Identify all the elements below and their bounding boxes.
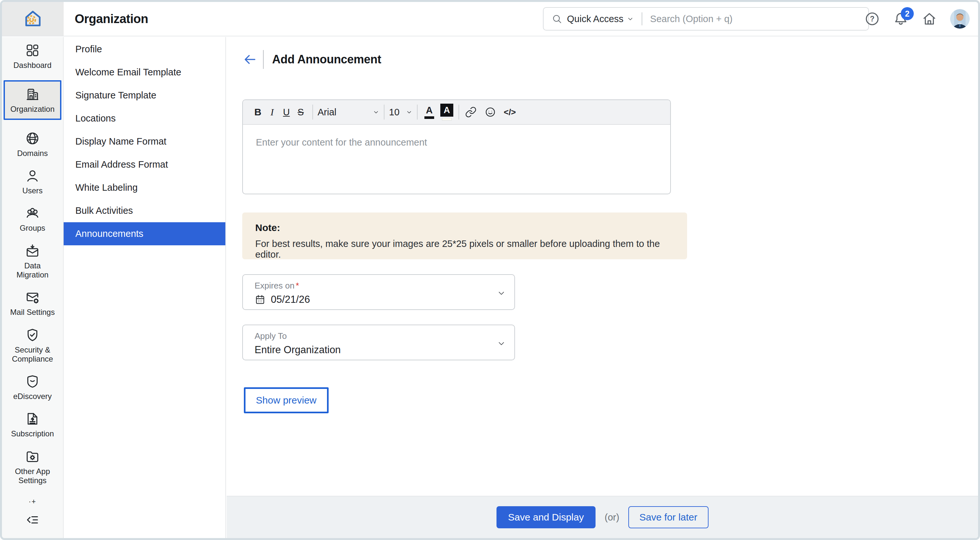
ediscovery-pouch-icon <box>25 374 40 389</box>
toolbar-separator <box>458 105 459 119</box>
home-button[interactable] <box>921 11 937 27</box>
submenu-item-email-address-format[interactable]: Email Address Format <box>64 153 225 176</box>
apply-to-field[interactable]: Apply To Entire Organization <box>242 325 515 360</box>
required-asterisk: * <box>296 281 299 290</box>
footer-action-bar: Save and Display (or) Save for later <box>227 496 978 538</box>
submenu-item-announcements[interactable]: Announcements <box>64 222 225 245</box>
save-for-later-button[interactable]: Save for later <box>628 506 708 528</box>
security-shield-check-icon <box>25 328 40 342</box>
notification-badge: 2 <box>901 7 914 20</box>
sidebar-item-dashboard[interactable]: Dashboard <box>2 43 63 70</box>
app-logo[interactable] <box>2 2 64 36</box>
italic-button[interactable]: I <box>265 104 279 121</box>
home-icon <box>921 11 937 27</box>
quick-access-dropdown[interactable]: Quick Access <box>567 14 624 24</box>
sidebar-item-subscription[interactable]: Subscription <box>2 411 63 438</box>
sidebar-item-users[interactable]: Users <box>2 168 63 195</box>
apply-to-label: Apply To <box>255 331 287 341</box>
sidebar-item-security-compliance[interactable]: Security & Compliance <box>2 328 63 364</box>
submenu-item-profile[interactable]: Profile <box>64 38 225 61</box>
toolbar-separator <box>384 105 385 119</box>
users-person-icon <box>25 168 40 183</box>
submenu-item-bulk-activities[interactable]: Bulk Activities <box>64 199 225 222</box>
bold-button[interactable]: B <box>251 104 265 121</box>
other-app-settings-folder-icon <box>25 449 40 464</box>
underline-button[interactable]: U <box>279 104 294 121</box>
or-label: (or) <box>605 512 619 523</box>
strikethrough-button[interactable]: S <box>294 104 308 121</box>
page-title-organization: Organization <box>75 2 148 36</box>
subscription-invoice-icon <box>25 411 40 426</box>
note-body: For best results, make sure your images … <box>255 239 674 260</box>
toolbar-separator <box>417 105 418 119</box>
search-icon <box>551 13 562 24</box>
link-icon <box>465 106 477 118</box>
global-search-bar[interactable]: Quick Access Search (Option + q) <box>543 7 869 30</box>
notifications-button[interactable]: 2 <box>893 11 908 27</box>
font-family-select[interactable]: Arial <box>318 104 379 121</box>
editor-toolbar: B I U S Arial 10 A <box>243 100 670 125</box>
font-size-select[interactable]: 10 <box>389 104 412 121</box>
note-title: Note: <box>255 222 674 233</box>
back-arrow-icon <box>243 52 257 67</box>
expires-on-field[interactable]: Expires on* 05/21/26 <box>242 274 515 310</box>
search-divider <box>642 12 642 25</box>
chevron-down-icon <box>627 15 634 22</box>
submenu-item-welcome-email-template[interactable]: Welcome Email Template <box>64 61 225 84</box>
background-color-button[interactable]: A <box>440 104 454 121</box>
submenu-item-signature-template[interactable]: Signature Template <box>64 84 225 107</box>
code-icon: </> <box>504 107 516 117</box>
add-announcement-title: Add Announcement <box>272 53 381 66</box>
insert-html-button[interactable]: </> <box>503 104 517 121</box>
help-icon: ? <box>864 11 880 27</box>
help-button[interactable]: ? <box>864 11 880 27</box>
top-bar: Organization Quick Access Search (Option… <box>2 2 978 37</box>
add-announcement-header: Add Announcement <box>243 50 381 69</box>
insert-link-button[interactable] <box>464 104 478 121</box>
mail-settings-gear-icon <box>25 290 40 305</box>
insert-emoji-button[interactable] <box>483 104 498 121</box>
sidebar-item-ediscovery[interactable]: eDiscovery <box>2 374 63 401</box>
submenu-item-locations[interactable]: Locations <box>64 107 225 130</box>
main-content: Add Announcement B I U S Arial 10 <box>227 37 978 538</box>
editor-placeholder: Enter your content for the announcement <box>256 137 427 148</box>
organization-building-icon <box>25 87 40 102</box>
chevron-down-icon <box>406 109 412 115</box>
chevron-down-icon <box>373 109 379 115</box>
app-window: Organization Quick Access Search (Option… <box>0 0 980 540</box>
home-gear-logo-icon <box>23 9 43 29</box>
text-color-button[interactable]: A <box>422 104 436 121</box>
collapse-sidebar-icon <box>25 512 40 527</box>
submenu-item-display-name-format[interactable]: Display Name Format <box>64 130 225 153</box>
groups-people-icon <box>25 205 40 221</box>
note-banner: Note: For best results, make sure your i… <box>242 212 687 259</box>
primary-sidebar: Dashboard Organization Domains Users Gro… <box>2 37 64 538</box>
show-preview-button[interactable]: Show preview <box>244 387 329 413</box>
header-divider <box>263 50 264 69</box>
sidebar-item-other-app-settings[interactable]: Other App Settings <box>2 449 63 486</box>
apply-to-value: Entire Organization <box>255 344 340 356</box>
sidebar-item-mail-settings[interactable]: Mail Settings <box>2 290 63 317</box>
smiley-icon <box>484 106 496 118</box>
sidebar-item-groups[interactable]: Groups <box>2 205 63 233</box>
dashboard-grid-icon <box>25 43 40 58</box>
back-button[interactable] <box>243 52 257 67</box>
search-input[interactable]: Search (Option + q) <box>650 14 733 24</box>
svg-text:?: ? <box>870 14 875 23</box>
toolbar-separator <box>312 105 313 119</box>
expires-on-label: Expires on <box>255 281 294 290</box>
sidebar-item-data-migration[interactable]: Data Migration <box>2 243 63 280</box>
save-and-display-button[interactable]: Save and Display <box>496 506 595 528</box>
user-avatar[interactable] <box>950 9 970 29</box>
sidebar-item-domains[interactable]: Domains <box>2 131 63 158</box>
sidebar-item-organization[interactable]: Organization <box>3 80 61 119</box>
organization-submenu: Profile Welcome Email Template Signature… <box>64 37 226 538</box>
submenu-item-white-labeling[interactable]: White Labeling <box>64 176 225 199</box>
chevron-down-icon[interactable] <box>497 339 506 348</box>
editor-content-area[interactable]: Enter your content for the announcement <box>243 125 670 160</box>
chevron-down-icon[interactable] <box>497 288 506 298</box>
domains-globe-icon <box>25 131 40 146</box>
background-color-icon: A <box>440 104 453 117</box>
topbar-icon-group: ? 2 <box>864 2 970 36</box>
collapse-sidebar-button[interactable] <box>25 512 40 529</box>
